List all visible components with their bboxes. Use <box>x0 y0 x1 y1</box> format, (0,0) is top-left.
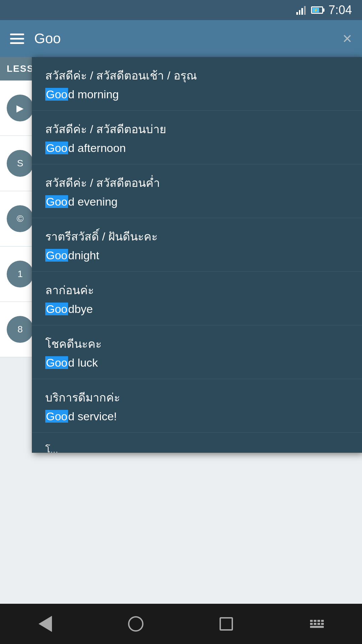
dropdown-item-3[interactable]: สวัสดีค่ะ / สวัสดีตอนค่ำ Good evening <box>32 164 362 218</box>
navigation-bar <box>0 604 362 644</box>
dropdown-item-4[interactable]: ราตรีสวัสดิ์ / ฝันดีนะคะ Goodnight <box>32 218 362 272</box>
toolbar: Goo × <box>0 20 362 57</box>
status-icons: ⚡ 7:04 <box>296 3 352 17</box>
search-text[interactable]: Goo <box>34 31 333 47</box>
english-text-6: Good luck <box>45 356 349 369</box>
search-dropdown: สวัสดีค่ะ / สวัสดีตอนเช้า / อรุณ Good mo… <box>32 57 362 453</box>
lesson-circle-3: © <box>7 205 34 232</box>
dropdown-item-7[interactable]: บริการดีมากค่ะ Good service! <box>32 379 362 433</box>
english-text-1: Good morning <box>45 88 349 101</box>
back-button[interactable] <box>32 610 59 637</box>
lesson-circle-2: S <box>7 150 34 177</box>
english-text-5: Goodbye <box>45 303 349 316</box>
dropdown-item-6[interactable]: โชคดีนะคะ Good luck <box>32 325 362 379</box>
highlight-4: Goo <box>45 249 68 262</box>
keyboard-icon <box>310 620 324 628</box>
recents-button[interactable] <box>213 610 240 637</box>
lesson-circle-5: 8 <box>7 316 34 343</box>
menu-button[interactable] <box>10 34 24 44</box>
back-icon <box>39 616 52 632</box>
recents-icon <box>220 617 233 631</box>
thai-text-7: บริการดีมากค่ะ <box>45 388 349 407</box>
thai-text-6: โชคดีนะคะ <box>45 335 349 353</box>
english-text-4: Goodnight <box>45 249 349 262</box>
thai-text-8: โ... <box>45 442 349 453</box>
dropdown-item-1[interactable]: สวัสดีค่ะ / สวัสดีตอนเช้า / อรุณ Good mo… <box>32 57 362 111</box>
status-bar: ⚡ 7:04 <box>0 0 362 20</box>
thai-text-4: ราตรีสวัสดิ์ / ฝันดีนะคะ <box>45 227 349 246</box>
close-button[interactable]: × <box>343 31 352 47</box>
highlight-2: Goo <box>45 142 68 154</box>
highlight-1: Goo <box>45 88 68 101</box>
lesson-circle-1: ▶ <box>7 95 34 121</box>
home-button[interactable] <box>122 610 149 637</box>
thai-text-3: สวัสดีค่ะ / สวัสดีตอนค่ำ <box>45 174 349 192</box>
battery-fill: ⚡ <box>312 8 319 12</box>
dropdown-item-5[interactable]: ลาก่อนค่ะ Goodbye <box>32 272 362 325</box>
hamburger-line-2 <box>10 38 24 40</box>
signal-icon <box>296 5 306 15</box>
highlight-3: Goo <box>45 195 68 208</box>
highlight-6: Goo <box>45 356 68 369</box>
home-icon <box>128 616 143 632</box>
battery-icon: ⚡ <box>311 6 323 14</box>
hamburger-line-3 <box>10 42 24 44</box>
keyboard-button[interactable] <box>303 610 330 637</box>
hamburger-line-1 <box>10 34 24 35</box>
dropdown-item-8[interactable]: โ... <box>32 433 362 453</box>
english-text-3: Good evening <box>45 195 349 208</box>
dropdown-item-2[interactable]: สวัสดีค่ะ / สวัสดีตอนบ่าย Good afternoon <box>32 111 362 164</box>
lessons-label: LESS <box>7 63 34 74</box>
english-text-7: Good service! <box>45 410 349 423</box>
highlight-7: Goo <box>45 410 68 423</box>
lesson-circle-4: 1 <box>7 261 34 287</box>
thai-text-5: ลาก่อนค่ะ <box>45 281 349 299</box>
status-time: 7:04 <box>328 3 352 17</box>
thai-text-2: สวัสดีค่ะ / สวัสดีตอนบ่าย <box>45 120 349 138</box>
highlight-5: Goo <box>45 303 68 315</box>
thai-text-1: สวัสดีค่ะ / สวัสดีตอนเช้า / อรุณ <box>45 66 349 85</box>
english-text-2: Good afternoon <box>45 142 349 155</box>
